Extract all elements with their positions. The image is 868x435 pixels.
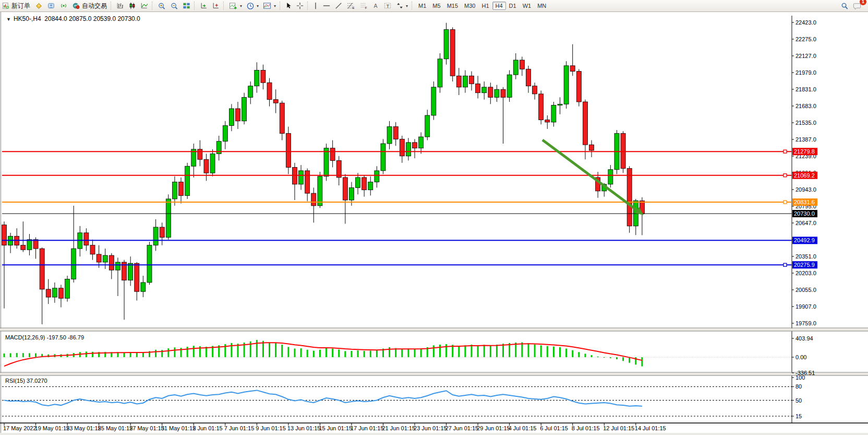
price-chart[interactable]: 22423.022275.022127.021979.021831.021683…: [0, 11, 868, 435]
new-order-label: 新订单: [11, 2, 30, 10]
toolbar-separator: [412, 2, 414, 10]
text-label-tool-button[interactable]: T: [381, 1, 394, 11]
auto-trading-label: 自动交易: [82, 2, 107, 10]
templates-button[interactable]: ▾: [261, 1, 278, 11]
bar-chart-button[interactable]: [114, 1, 126, 11]
text-label-icon: T: [383, 2, 392, 9]
indicators-button[interactable]: ▾: [227, 1, 244, 11]
community-icon: [47, 2, 55, 9]
svg-text:19 May 01:15: 19 May 01:15: [35, 425, 70, 431]
svg-text:15 Jun 01:15: 15 Jun 01:15: [319, 425, 352, 431]
svg-text:9 Jun 01:15: 9 Jun 01:15: [256, 425, 286, 431]
svg-text:20055.0: 20055.0: [795, 287, 816, 293]
fibonacci-icon: E: [346, 2, 355, 9]
line-chart-icon: [140, 2, 148, 9]
symbol-dropdown-icon[interactable]: ▼: [6, 17, 11, 22]
svg-text:T: T: [386, 3, 389, 9]
timeframe-button-w1[interactable]: W1: [520, 2, 535, 10]
svg-text:20730.0: 20730.0: [794, 210, 815, 217]
horizontal-line-tool-button[interactable]: [320, 1, 333, 11]
timeframe-group: M1M5M15M30H1H4D1W1MN: [415, 2, 549, 10]
svg-text:17 May 2022: 17 May 2022: [3, 425, 37, 431]
svg-text:4 Jul 01:15: 4 Jul 01:15: [509, 425, 537, 431]
cursor-tool-button[interactable]: [283, 1, 294, 11]
main-toolbar: 新订单 自动交易 ▾ ▾: [0, 0, 868, 12]
rsi-value: 37.0270: [27, 378, 47, 384]
text-tool-button[interactable]: A: [370, 1, 381, 11]
timeframe-button-d1[interactable]: D1: [506, 2, 520, 10]
svg-text:15: 15: [795, 413, 802, 419]
svg-text:25 May 01:15: 25 May 01:15: [98, 425, 133, 431]
timeframe-button-mn[interactable]: MN: [534, 2, 549, 10]
new-order-button[interactable]: 新订单: [0, 1, 32, 11]
timeframe-button-m15[interactable]: M15: [444, 2, 461, 10]
svg-text:21535.0: 21535.0: [795, 120, 816, 126]
zoom-in-button[interactable]: [155, 1, 168, 11]
auto-scroll-icon: [200, 2, 208, 9]
crosshair-tool-button[interactable]: [294, 1, 306, 11]
candlestick-chart-icon: [128, 2, 136, 9]
periods-button[interactable]: ▾: [244, 1, 261, 11]
svg-text:8 Jul 01:15: 8 Jul 01:15: [572, 425, 600, 431]
candlestick-chart-button[interactable]: [126, 1, 138, 11]
horizontal-line-icon: [322, 2, 331, 9]
search-icon: [840, 2, 849, 10]
search-button[interactable]: [838, 1, 851, 11]
clock-icon: [246, 2, 255, 10]
svg-text:20831.6: 20831.6: [794, 199, 815, 205]
svg-text:23 May 01:15: 23 May 01:15: [66, 425, 101, 431]
svg-text:50: 50: [795, 397, 802, 404]
auto-scroll-button[interactable]: [198, 1, 210, 11]
chart-header: ▼HK50-,H4 20844.0 20875.0 20539.0 20730.…: [6, 15, 140, 22]
gold-diamond-icon: [34, 2, 43, 9]
zoom-out-button[interactable]: [168, 1, 180, 11]
chart-window[interactable]: 22423.022275.022127.021979.021831.021683…: [0, 11, 868, 435]
chat-button[interactable]: 1: [851, 1, 864, 11]
grid-tool-button[interactable]: F: [357, 1, 370, 11]
svg-text:A: A: [373, 3, 378, 9]
timeframe-button-m30[interactable]: M30: [461, 2, 478, 10]
cursor-icon: [285, 2, 292, 9]
svg-text:19759.0: 19759.0: [795, 320, 816, 326]
svg-text:14 Jul 01:15: 14 Jul 01:15: [635, 425, 666, 431]
chart-shift-button[interactable]: [210, 1, 222, 11]
tile-windows-button[interactable]: [180, 1, 192, 11]
trendline-tool-button[interactable]: [333, 1, 344, 11]
templates-caret: ▾: [274, 4, 276, 8]
svg-text:22423.0: 22423.0: [795, 19, 816, 26]
auto-trading-button[interactable]: 自动交易: [70, 1, 109, 11]
toolbar-separator: [280, 2, 282, 10]
timeframe-button-h4[interactable]: H4: [492, 2, 506, 10]
market-depth-button[interactable]: [32, 1, 45, 11]
rsi-title: RSI(15): [5, 378, 25, 384]
community-button[interactable]: [45, 1, 57, 11]
vertical-line-icon: [313, 2, 318, 9]
svg-text:21 Jun 01:15: 21 Jun 01:15: [382, 425, 415, 431]
arrows-tool-button[interactable]: ▾: [394, 1, 410, 11]
arrows-caret: ▾: [406, 4, 408, 8]
new-order-icon: [2, 2, 10, 9]
line-chart-button[interactable]: [138, 1, 150, 11]
macd-values: -197.50 -86.79: [46, 334, 84, 340]
macd-indicator-label: MACD(12,26,9) -197.50 -86.79: [5, 334, 84, 340]
signals-button[interactable]: [57, 1, 70, 11]
vertical-line-tool-button[interactable]: [311, 1, 320, 11]
svg-text:20351.0: 20351.0: [795, 253, 816, 260]
crosshair-icon: [296, 2, 304, 9]
svg-text:20647.0: 20647.0: [795, 220, 816, 226]
svg-text:403.94: 403.94: [795, 335, 813, 342]
svg-text:21683.0: 21683.0: [795, 103, 816, 109]
timeframe-button-h1[interactable]: H1: [478, 2, 492, 10]
tile-windows-icon: [183, 2, 190, 9]
svg-text:20492.9: 20492.9: [794, 237, 815, 243]
bar-chart-icon: [116, 2, 124, 9]
arrows-icon: [396, 2, 404, 9]
svg-text:27 Jun 01:15: 27 Jun 01:15: [445, 425, 479, 431]
trendline-icon: [335, 2, 342, 9]
fibonacci-tool-button[interactable]: E: [344, 1, 357, 11]
macd-title: MACD(12,26,9): [5, 334, 45, 340]
svg-text:100: 100: [795, 374, 805, 381]
svg-text:22127.0: 22127.0: [795, 53, 816, 59]
timeframe-button-m5[interactable]: M5: [429, 2, 443, 10]
timeframe-button-m1[interactable]: M1: [415, 2, 429, 10]
